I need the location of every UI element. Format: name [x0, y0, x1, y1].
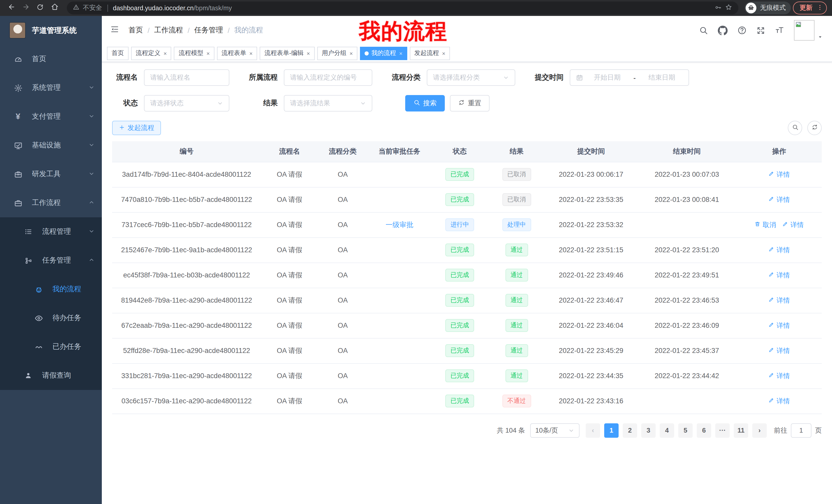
page-button-3[interactable]: 3	[641, 423, 656, 438]
category-select[interactable]: 请选择流程分类	[427, 69, 515, 86]
table-row: 819442e8-7b9a-11ec-a290-acde48001122OA 请…	[112, 288, 822, 313]
bookmark-star-icon[interactable]	[725, 4, 732, 12]
cell-category: OA	[318, 388, 367, 414]
process-table: 编号流程名流程分类当前审批任务状态结果提交时间结束时间操作 3ad174fb-7…	[112, 141, 822, 414]
detail-link[interactable]: 详情	[768, 296, 790, 305]
process-definition-input[interactable]: 请输入流程定义的编号	[284, 69, 372, 86]
close-icon[interactable]: ×	[442, 50, 445, 56]
cell-status: 已完成	[432, 237, 488, 262]
sidebar-item-done-tasks[interactable]: 已办任务	[0, 332, 102, 361]
fullscreen-icon[interactable]	[756, 26, 765, 35]
detail-link[interactable]: 详情	[768, 271, 790, 280]
tab-流程定义[interactable]: 流程定义×	[131, 47, 172, 60]
page-button-5[interactable]: 5	[678, 423, 693, 438]
browser-home-button[interactable]	[48, 2, 61, 14]
search-button[interactable]: 搜索	[405, 95, 445, 111]
app-logo[interactable]: 芋道管理系统	[0, 16, 102, 45]
sidebar-item-workflow[interactable]: 工作流程	[0, 189, 102, 217]
close-icon[interactable]: ×	[163, 50, 167, 56]
tab-首页[interactable]: 首页	[107, 47, 129, 60]
page-button-4[interactable]: 4	[660, 423, 674, 438]
page-button-11[interactable]: 11	[734, 423, 748, 438]
github-icon[interactable]	[718, 25, 728, 35]
sidebar-item-process-mgmt[interactable]: 流程管理	[0, 217, 102, 246]
cell-end-time: 2022-01-22 23:44:42	[637, 363, 736, 388]
sidebar-item-infrastructure[interactable]: 基础设施	[0, 131, 102, 160]
page-ellipsis[interactable]: ···	[715, 423, 730, 438]
tab-流程表单-编辑[interactable]: 流程表单-编辑×	[260, 47, 315, 60]
browser-update-button[interactable]: 更新	[793, 2, 827, 15]
create-process-button[interactable]: 发起流程	[112, 121, 161, 135]
detail-link[interactable]: 详情	[768, 346, 790, 355]
help-icon[interactable]	[737, 26, 747, 35]
detail-link[interactable]: 详情	[768, 371, 790, 381]
cancel-link[interactable]: 取消	[754, 220, 776, 229]
prev-page-button[interactable]: ‹	[586, 423, 600, 438]
browser-menu-icon[interactable]	[816, 4, 823, 12]
browser-back-button[interactable]	[5, 2, 18, 14]
sidebar-item-my-process[interactable]: 我的流程	[0, 275, 102, 304]
close-icon[interactable]: ×	[350, 50, 353, 56]
sidebar-item-payment-mgmt[interactable]: ¥支付管理	[0, 102, 102, 131]
task-link[interactable]: 一级审批	[386, 221, 413, 228]
sidebar-item-system-mgmt[interactable]: 系统管理	[0, 74, 102, 102]
flowlist-icon	[23, 228, 34, 236]
detail-link[interactable]: 详情	[768, 245, 790, 255]
status-badge: 已完成	[445, 370, 474, 382]
breadcrumb-item[interactable]: 工作流程	[154, 26, 183, 35]
status-select[interactable]: 请选择状态	[144, 95, 229, 111]
tab-我的流程[interactable]: 我的流程×	[360, 47, 407, 60]
edit-icon	[768, 347, 774, 355]
next-page-button[interactable]: ›	[752, 423, 767, 438]
reset-button[interactable]: 重置	[450, 95, 490, 111]
sidebar-item-label: 工作流程	[32, 198, 88, 207]
key-icon[interactable]	[715, 4, 722, 12]
tab-流程表单[interactable]: 流程表单×	[217, 47, 257, 60]
detail-link[interactable]: 详情	[768, 195, 790, 204]
sidebar-item-dev-tools[interactable]: 研发工具	[0, 160, 102, 189]
tab-流程模型[interactable]: 流程模型×	[174, 47, 214, 60]
page-button-2[interactable]: 2	[623, 423, 637, 438]
browser-forward-button[interactable]	[20, 2, 32, 14]
sidebar-item-todo-tasks[interactable]: 待办任务	[0, 304, 102, 332]
url-divider	[107, 4, 108, 11]
result-select[interactable]: 请选择流结果	[284, 95, 372, 111]
cell-submit-time: 2022-01-22 23:53:32	[545, 212, 638, 237]
avatar[interactable]	[794, 20, 814, 40]
browser-reload-button[interactable]	[34, 2, 46, 14]
close-icon[interactable]: ×	[307, 50, 310, 56]
page-button-6[interactable]: 6	[697, 423, 711, 438]
cell-result: 已取消	[488, 187, 545, 212]
breadcrumb-current: 我的流程	[234, 26, 263, 35]
avatar-caret-icon[interactable]	[817, 34, 823, 39]
sidebar-item-task-mgmt[interactable]: 任务管理	[0, 246, 102, 275]
cell-process-name: OA 请假	[261, 237, 318, 262]
refresh-table-button[interactable]	[807, 121, 822, 135]
close-icon[interactable]: ×	[250, 50, 253, 56]
page-button-1[interactable]: 1	[604, 423, 619, 438]
tab-发起流程[interactable]: 发起流程×	[410, 47, 450, 60]
search-icon[interactable]	[699, 26, 708, 35]
page-size-select[interactable]: 10条/页	[530, 423, 579, 438]
close-icon[interactable]: ×	[399, 50, 402, 56]
font-size-icon[interactable]	[775, 26, 784, 35]
detail-link[interactable]: 详情	[768, 321, 790, 330]
close-icon[interactable]: ×	[206, 50, 210, 56]
detail-link[interactable]: 详情	[782, 220, 804, 229]
incognito-label: 无痕模式	[760, 4, 786, 12]
hamburger-icon	[110, 25, 119, 36]
detail-link[interactable]: 详情	[768, 396, 790, 405]
breadcrumb-item[interactable]: 任务管理	[194, 26, 223, 35]
process-name-input[interactable]: 请输入流程名	[144, 69, 229, 86]
sidebar-collapse-button[interactable]	[108, 23, 121, 38]
submit-time-range-picker[interactable]: 开始日期 - 结束日期	[570, 69, 689, 86]
cell-submit-time: 2022-01-22 23:51:15	[545, 237, 638, 262]
toggle-search-button[interactable]	[788, 121, 802, 135]
tab-用户分组[interactable]: 用户分组×	[317, 47, 358, 60]
url-bar[interactable]: 不安全 dashboard.yudao.iocoder.cn/bpm/task/…	[67, 2, 738, 15]
sidebar-item-leave-query[interactable]: 请假查询	[0, 361, 102, 390]
sidebar-item-home[interactable]: 首页	[0, 45, 102, 74]
breadcrumb-item[interactable]: 首页	[129, 26, 143, 35]
goto-page-input[interactable]: 1	[791, 423, 811, 438]
detail-link[interactable]: 详情	[768, 170, 790, 179]
